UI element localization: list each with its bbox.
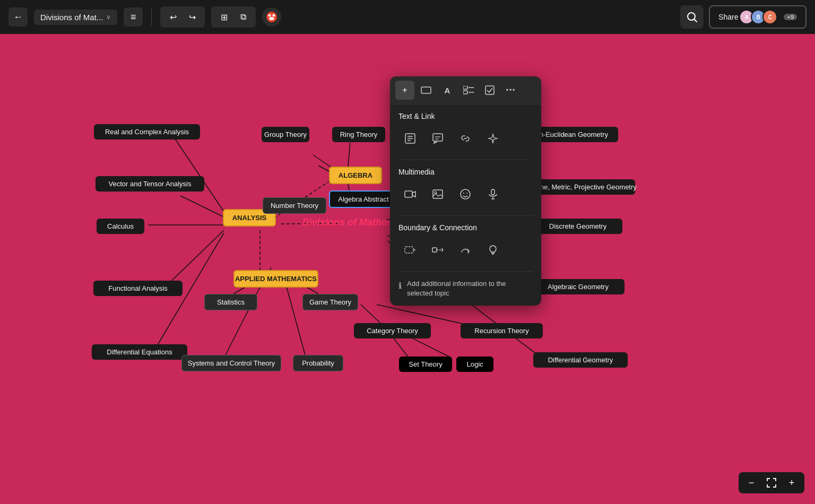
canvas: ANALYSIS ALGEBRA APPLIED MATHEMATICS Alg… <box>0 34 815 504</box>
svg-rect-33 <box>463 86 467 89</box>
lightbulb-button[interactable] <box>481 238 505 262</box>
popup-check-button[interactable] <box>480 81 499 100</box>
ai-icon-button[interactable] <box>481 127 505 150</box>
vector-tensor-node[interactable]: Vector and Tensor Analysis <box>96 176 204 192</box>
applied-math-node[interactable]: APPLIED MATHEMATICS <box>233 270 318 288</box>
svg-line-5 <box>695 20 697 22</box>
embed-button[interactable]: ⊞ <box>215 8 232 25</box>
main-title-node[interactable]: Divisions of Mathem... <box>305 213 401 232</box>
frame-button[interactable]: ⧉ <box>235 8 252 25</box>
affine-node[interactable]: Affine, Metric, Projective Geometry <box>532 179 635 195</box>
svg-line-9 <box>163 230 224 289</box>
avatar-stack: A B C <box>742 10 777 24</box>
svg-line-19 <box>284 277 305 355</box>
svg-point-51 <box>466 193 467 194</box>
svg-rect-55 <box>405 247 413 253</box>
discrete-geometry-node[interactable]: Discrete Geometry <box>533 219 622 234</box>
text-link-title: Text & Link <box>398 112 533 120</box>
logic-node[interactable]: Logic <box>456 357 493 372</box>
redo-button[interactable]: ↪ <box>184 8 201 25</box>
svg-rect-57 <box>432 248 437 252</box>
collab-button[interactable] <box>262 7 281 27</box>
boundary-box-button[interactable] <box>398 238 422 262</box>
algebra-abstract-node[interactable]: Algebra Abstract <box>329 190 398 208</box>
svg-point-3 <box>269 17 274 20</box>
svg-line-23 <box>361 305 382 325</box>
share-button[interactable]: Share A B C +9 <box>709 5 807 29</box>
algebraic-geometry-node[interactable]: Algebraic Geometry <box>532 279 625 294</box>
menu-button[interactable]: ≡ <box>124 7 143 27</box>
title-dropdown[interactable]: Divisions of Mat... ∨ <box>34 10 117 25</box>
popup-layout-button[interactable] <box>459 81 478 100</box>
boundary-icons <box>398 238 533 262</box>
note-icon-button[interactable] <box>398 127 422 150</box>
document-title: Divisions of Mat... <box>40 13 103 22</box>
statistics-node[interactable]: Statistics <box>204 294 257 310</box>
avatar-count: +9 <box>784 14 797 20</box>
popup-add-button[interactable]: + <box>395 81 414 100</box>
set-theory-node[interactable]: Set Theory <box>399 357 452 372</box>
info-icon: ℹ <box>398 280 402 292</box>
back-button[interactable]: ← <box>8 7 28 27</box>
differential-equations-node[interactable]: Differential Equations <box>92 344 187 360</box>
popup-text-button[interactable]: A <box>438 81 457 100</box>
probability-node[interactable]: Probability <box>293 355 343 371</box>
zoom-out-button[interactable]: − <box>744 475 759 490</box>
mic-icon-button[interactable] <box>481 183 505 206</box>
topbar: ← Divisions of Mat... ∨ ≡ ↩ ↪ ⊞ ⧉ Share <box>0 0 815 34</box>
svg-line-60 <box>441 250 443 251</box>
svg-point-2 <box>273 14 275 17</box>
popup-top-bar: + A ••• <box>390 76 541 105</box>
popup-more-button[interactable]: ••• <box>501 81 521 100</box>
svg-rect-46 <box>405 191 412 197</box>
svg-rect-52 <box>491 189 495 195</box>
avatar: C <box>762 10 777 24</box>
toolbar-popup: + A ••• Text & Link <box>390 76 541 306</box>
link-icon-button[interactable] <box>454 127 477 150</box>
popup-info-row: ℹ Add additional information to the sele… <box>390 272 541 306</box>
real-complex-node[interactable]: Real and Complex Analysis <box>94 124 200 140</box>
svg-line-6 <box>175 139 224 212</box>
svg-point-49 <box>461 189 470 199</box>
zoom-in-button[interactable]: + <box>784 475 799 490</box>
functional-analysis-node[interactable]: Functional Analysis <box>93 281 183 296</box>
ring-theory-node[interactable]: Ring Theory <box>332 127 385 142</box>
emoji-icon-button[interactable] <box>454 183 477 206</box>
curved-arrow-button[interactable] <box>454 238 477 262</box>
category-theory-node[interactable]: Category Theory <box>354 323 431 338</box>
algebra-node[interactable]: ALGEBRA <box>329 167 382 184</box>
popup-info-text: Add additional information to the select… <box>407 279 533 298</box>
svg-line-24 <box>377 305 467 325</box>
svg-line-7 <box>180 196 224 217</box>
systems-control-node[interactable]: Systems and Control Theory <box>181 355 281 371</box>
image-icon-button[interactable] <box>426 183 449 206</box>
svg-point-1 <box>268 14 271 17</box>
boundary-section: Boundary & Connection <box>390 216 541 271</box>
svg-rect-34 <box>463 91 467 94</box>
undo-redo-group: ↩ ↪ <box>160 6 205 28</box>
search-button[interactable] <box>680 5 704 29</box>
svg-line-59 <box>441 248 443 250</box>
comment-icon-button[interactable] <box>426 127 449 150</box>
zoom-controls: − + <box>739 472 804 493</box>
game-theory-node[interactable]: Game Theory <box>302 294 358 310</box>
video-icon-button[interactable] <box>398 183 422 206</box>
svg-rect-47 <box>433 190 443 198</box>
recursion-theory-node[interactable]: Recursion Theory <box>461 323 543 338</box>
calculus-node[interactable]: Calculus <box>97 219 144 234</box>
zoom-fit-button[interactable] <box>762 475 781 490</box>
separator <box>151 8 152 25</box>
svg-rect-42 <box>433 134 443 141</box>
number-theory-node[interactable]: Number Theory <box>263 197 326 214</box>
popup-shape-button[interactable] <box>417 81 436 100</box>
connection-line-button[interactable] <box>426 238 449 262</box>
svg-point-50 <box>463 193 464 194</box>
group-theory-node[interactable]: Group Theory <box>262 127 309 142</box>
differential-geometry-node[interactable]: Differential Geometry <box>533 352 628 368</box>
undo-button[interactable]: ↩ <box>164 8 181 25</box>
svg-rect-32 <box>421 87 431 93</box>
topbar-right: Share A B C +9 <box>680 5 807 29</box>
text-link-section: Text & Link <box>390 105 541 160</box>
multimedia-icons <box>398 183 533 206</box>
text-link-icons <box>398 127 533 150</box>
